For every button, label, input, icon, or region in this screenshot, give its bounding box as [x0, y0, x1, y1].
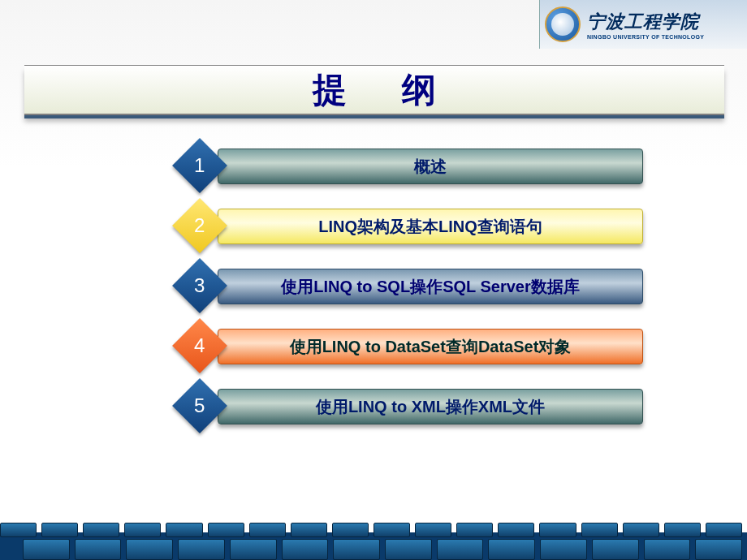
brick-icon — [498, 523, 534, 537]
brick-icon — [488, 539, 535, 560]
outline-number: 1 — [194, 154, 205, 177]
brick-icon — [249, 523, 286, 537]
outline-bar: 使用LINQ to SQL操作SQL Server数据库 — [218, 269, 643, 304]
outline-text: 使用LINQ to SQL操作SQL Server数据库 — [281, 276, 579, 298]
brick-icon — [385, 539, 432, 560]
brick-icon — [178, 539, 225, 560]
brick-row-bottom — [0, 539, 747, 560]
slide-title: 提 纲 — [290, 67, 459, 113]
brick-icon — [695, 539, 742, 560]
outline-text: 使用LINQ to DataSet查询DataSet对象 — [290, 336, 572, 358]
outline-bar: 使用LINQ to XML操作XML文件 — [218, 389, 643, 424]
outline-bar: 概述 — [218, 149, 643, 184]
brick-icon — [437, 539, 484, 560]
outline-number: 5 — [194, 394, 205, 417]
brick-icon — [124, 523, 161, 537]
brick-row-top — [0, 523, 747, 537]
brick-icon — [539, 523, 576, 537]
brick-icon — [540, 539, 587, 560]
outline-number-diamond: 5 — [172, 378, 227, 433]
brick-icon — [75, 539, 122, 560]
brick-icon — [41, 523, 78, 537]
brick-icon — [282, 539, 329, 560]
brick-icon — [706, 523, 742, 537]
brick-icon — [333, 539, 380, 560]
outline-number-diamond: 3 — [172, 258, 227, 313]
brick-icon — [291, 523, 327, 537]
outline-text: 使用LINQ to XML操作XML文件 — [316, 396, 545, 418]
brick-icon — [230, 539, 277, 560]
outline-text: 概述 — [414, 156, 447, 178]
outline-number-diamond: 4 — [172, 318, 227, 373]
slide-title-bar: 提 纲 — [24, 65, 724, 115]
outline-bar: LINQ架构及基本LINQ查询语句 — [218, 209, 643, 244]
brick-icon — [83, 523, 119, 537]
brick-icon — [374, 523, 410, 537]
university-logo-icon — [545, 6, 581, 42]
brick-icon — [581, 523, 618, 537]
outline-item-5: 5 使用LINQ to XML操作XML文件 — [0, 386, 747, 427]
footer-brick-strip — [0, 523, 747, 560]
outline-number-diamond: 1 — [172, 138, 227, 193]
university-logo-strip: 宁波工程学院 NINGBO UNIVERSITY OF TECHNOLOGY — [539, 0, 747, 49]
brick-icon — [208, 523, 244, 537]
brick-icon — [644, 539, 691, 560]
outline-number: 2 — [194, 214, 205, 237]
brick-icon — [456, 523, 493, 537]
outline-item-1: 1 概述 — [0, 146, 747, 187]
brick-icon — [126, 539, 173, 560]
brick-icon — [623, 523, 659, 537]
outline-number-diamond: 2 — [172, 198, 227, 253]
brick-icon — [166, 523, 202, 537]
outline-number: 3 — [194, 274, 205, 297]
outline-text: LINQ架构及基本LINQ查询语句 — [318, 216, 542, 238]
brick-icon — [664, 523, 701, 537]
brick-icon — [592, 539, 639, 560]
outline-item-4: 4 使用LINQ to DataSet查询DataSet对象 — [0, 326, 747, 367]
logo-text-block: 宁波工程学院 NINGBO UNIVERSITY OF TECHNOLOGY — [587, 10, 704, 40]
outline-number: 4 — [194, 334, 205, 357]
brick-icon — [415, 523, 451, 537]
outline-bar: 使用LINQ to DataSet查询DataSet对象 — [218, 329, 643, 364]
university-name-cn: 宁波工程学院 — [587, 10, 704, 34]
brick-icon — [0, 523, 37, 537]
brick-icon — [23, 539, 70, 560]
logo-inner-icon — [551, 13, 574, 36]
outline-list: 1 概述 2 LINQ架构及基本LINQ查询语句 3 使用LINQ to SQL… — [0, 146, 747, 446]
outline-item-3: 3 使用LINQ to SQL操作SQL Server数据库 — [0, 266, 747, 307]
outline-item-2: 2 LINQ架构及基本LINQ查询语句 — [0, 206, 747, 247]
university-name-en: NINGBO UNIVERSITY OF TECHNOLOGY — [587, 34, 704, 40]
brick-icon — [332, 523, 369, 537]
